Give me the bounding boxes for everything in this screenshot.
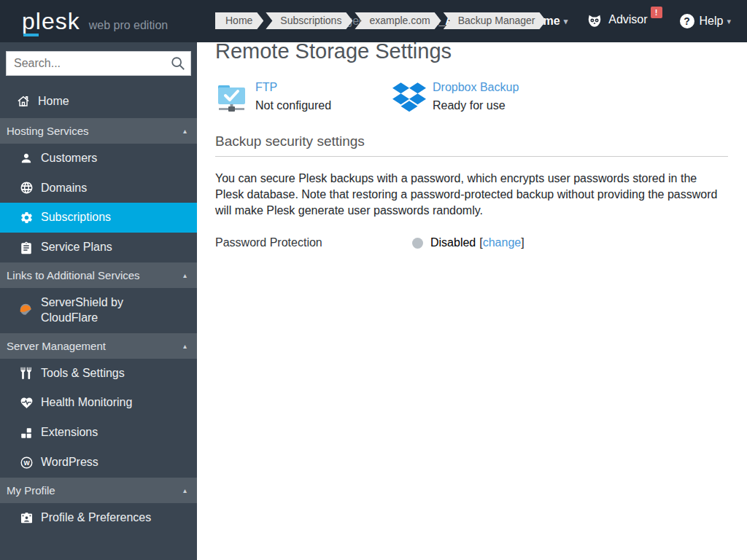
sidebar-item-label: Service Plans xyxy=(41,240,112,255)
sidebar-item-label: Tools & Settings xyxy=(41,366,125,381)
search-input[interactable] xyxy=(6,51,191,76)
sidebar-item-label: Profile & Preferences xyxy=(41,510,151,526)
sidebar-item-tools-settings[interactable]: Tools & Settings xyxy=(0,359,197,389)
breadcrumb-backup-manager: Backup Manager xyxy=(444,12,546,29)
sidebar-item-home[interactable]: Home xyxy=(0,86,197,118)
blocks-icon xyxy=(19,427,34,440)
help-label: Help xyxy=(700,15,724,28)
advisor-alert-badge: ! xyxy=(651,7,662,18)
section-title: Hosting Services xyxy=(7,125,89,137)
cloudflare-icon xyxy=(19,303,34,318)
plesk-logo[interactable]: plesk web pro edition xyxy=(0,9,168,33)
storage-options: FTP Not configured Dropbox Backup Ready … xyxy=(215,79,728,114)
status-text: Disabled xyxy=(430,236,476,249)
sidebar-search xyxy=(6,51,191,76)
clipboard-icon xyxy=(19,241,34,254)
ftp-status: Not configured xyxy=(255,99,331,112)
change-link[interactable]: change xyxy=(483,236,522,249)
sidebar-item-domains[interactable]: Domains xyxy=(0,174,197,203)
breadcrumb-example-com[interactable]: example.com xyxy=(355,12,441,29)
id-badge-icon xyxy=(19,511,34,525)
sidebar-item-label: Customers xyxy=(41,151,97,166)
sidebar-item-label: Domains xyxy=(41,181,87,196)
ftp-link[interactable]: FTP xyxy=(255,81,277,94)
password-protection-status: Disabled [ change ] xyxy=(412,236,525,249)
gear-icon xyxy=(19,211,34,225)
sidebar-item-servershield[interactable]: ServerShield by CloudFlare xyxy=(0,288,197,333)
backup-security-description: You can secure Plesk backups with a pass… xyxy=(215,171,727,219)
wordpress-icon: W xyxy=(19,456,34,470)
chevron-down-icon: ▾ xyxy=(564,17,568,26)
sidebar-section-additional-services[interactable]: Links to Additional Services ▴ xyxy=(0,262,197,288)
chevron-down-icon: ▾ xyxy=(727,17,731,26)
sidebar-item-extensions[interactable]: Extensions xyxy=(0,418,197,448)
plesk-logo-text: plesk xyxy=(22,9,80,33)
globe-icon xyxy=(19,181,34,195)
sidebar-section-hosting-services[interactable]: Hosting Services ▴ xyxy=(0,118,197,144)
chevron-up-icon: ▴ xyxy=(183,342,187,350)
breadcrumb-home[interactable]: Home xyxy=(215,12,263,29)
edition-label: web pro edition xyxy=(89,19,169,32)
customers-icon xyxy=(19,152,34,165)
svg-text:W: W xyxy=(23,459,30,467)
home-icon xyxy=(16,94,31,109)
chevron-up-icon: ▴ xyxy=(183,271,187,279)
help-menu[interactable]: ? Help ▾ xyxy=(680,14,731,28)
advisor-label: Advisor xyxy=(608,13,647,26)
sidebar-item-label: Health Monitoring xyxy=(41,395,132,411)
heart-pulse-icon xyxy=(19,396,34,410)
sidebar: Home Hosting Services ▴ Customers Domain… xyxy=(0,42,197,560)
sidebar-section-my-profile[interactable]: My Profile ▴ xyxy=(0,478,197,503)
storage-text: FTP Not configured xyxy=(255,79,331,114)
section-title: My Profile xyxy=(7,484,55,497)
dropbox-backup-link[interactable]: Dropbox Backup xyxy=(433,81,519,94)
password-protection-label: Password Protection xyxy=(215,236,412,249)
bracket-close: ] xyxy=(521,236,524,249)
sidebar-item-label: Subscriptions xyxy=(41,210,111,225)
sidebar-item-subscriptions[interactable]: Subscriptions xyxy=(0,203,197,233)
tools-icon xyxy=(19,366,34,381)
advisor-button[interactable]: Advisor ! xyxy=(587,13,662,29)
sidebar-item-service-plans[interactable]: Service Plans xyxy=(0,233,197,262)
chevron-up-icon: ▴ xyxy=(183,127,187,135)
storage-option-ftp: FTP Not configured xyxy=(215,79,392,114)
sidebar-item-profile-preferences[interactable]: Profile & Preferences xyxy=(0,503,197,533)
breadcrumb-subscriptions[interactable]: Subscriptions xyxy=(266,12,352,29)
dropbox-status: Ready for use xyxy=(433,99,519,112)
search-icon xyxy=(170,55,186,74)
question-mark-icon: ? xyxy=(680,14,694,28)
sidebar-item-label: Extensions xyxy=(41,425,98,440)
dropbox-icon xyxy=(392,79,426,114)
backup-security-settings-title: Backup security settings xyxy=(215,133,728,157)
sidebar-item-wordpress[interactable]: W WordPress xyxy=(0,448,197,478)
sidebar-section-server-management[interactable]: Server Management ▴ xyxy=(0,333,197,359)
status-indicator-icon xyxy=(412,238,423,249)
sidebar-item-label: Home xyxy=(38,94,69,109)
sidebar-item-label: ServerShield by CloudFlare xyxy=(41,295,150,326)
sidebar-item-health-monitoring[interactable]: Health Monitoring xyxy=(0,388,197,418)
owl-icon xyxy=(587,13,603,29)
page-title: Remote Storage Settings xyxy=(215,39,728,63)
storage-text: Dropbox Backup Ready for use xyxy=(433,79,519,114)
chevron-up-icon: ▴ xyxy=(183,486,187,494)
storage-option-dropbox: Dropbox Backup Ready for use xyxy=(392,79,570,114)
section-title: Links to Additional Services xyxy=(7,269,140,281)
password-protection-row: Password Protection Disabled [ change ] xyxy=(215,236,728,249)
sidebar-item-label: WordPress xyxy=(41,455,98,470)
section-title: Server Management xyxy=(7,340,106,352)
sidebar-item-customers[interactable]: Customers xyxy=(0,144,197,174)
ftp-folder-icon xyxy=(215,79,249,114)
